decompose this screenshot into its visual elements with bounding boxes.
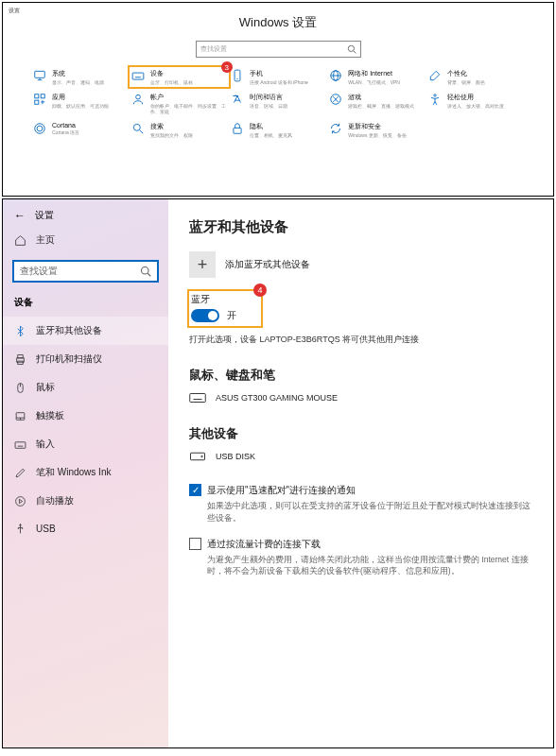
- tile-search[interactable]: 搜索查找我的文件、权限: [131, 122, 226, 138]
- cortana-icon: [33, 122, 46, 135]
- svg-point-23: [433, 94, 435, 96]
- plus-icon: +: [189, 251, 216, 278]
- tile-update-security[interactable]: 更新和安全Windows 更新、恢复、备份: [329, 122, 424, 138]
- search-icon: [347, 44, 356, 54]
- svg-point-41: [16, 496, 26, 506]
- checkbox-metered-download[interactable]: 通过按流量计费的连接下载: [189, 538, 532, 550]
- tile-gaming[interactable]: 游戏游戏栏、截屏、直播、游戏模式: [329, 93, 424, 114]
- usb-icon: [14, 523, 26, 535]
- tiles-grid: 系统显示、声音、通知、电源 3 设备蓝牙、打印机、鼠标 手机连接 Android…: [3, 69, 553, 138]
- tile-network[interactable]: 网络和 InternetWLAN、飞行模式、VPN: [329, 69, 424, 85]
- tile-system[interactable]: 系统显示、声音、通知、电源: [33, 69, 128, 85]
- update-icon: [329, 122, 342, 135]
- svg-point-25: [37, 126, 43, 131]
- person-icon: [131, 93, 145, 106]
- sidebar-search-placeholder: 查找设置: [20, 265, 140, 278]
- content-area: 蓝牙和其他设备 + 添加蓝牙或其他设备 4 蓝牙 开 打开此选项，设备 LAPT…: [168, 199, 553, 747]
- phone-icon: [231, 69, 244, 82]
- step-badge-4: 4: [253, 284, 267, 297]
- svg-point-50: [201, 455, 203, 457]
- touchpad-icon: [14, 410, 26, 422]
- search-box[interactable]: 查找设置: [196, 41, 361, 58]
- lock-icon: [231, 122, 244, 135]
- home-icon: [14, 234, 26, 247]
- tile-ease-of-access[interactable]: 轻松使用讲述人、放大镜、高对比度: [428, 93, 523, 114]
- svg-point-26: [134, 124, 141, 130]
- svg-rect-2: [35, 71, 45, 77]
- device-row-mouse[interactable]: ASUS GT300 GAMING MOUSE: [189, 391, 532, 404]
- add-device-row[interactable]: + 添加蓝牙或其他设备: [189, 251, 532, 278]
- page-title: Windows 设置: [3, 14, 553, 31]
- device-row-usbdisk[interactable]: USB DISK: [189, 450, 532, 463]
- printer-icon: [14, 353, 26, 366]
- accessibility-icon: [428, 93, 442, 106]
- window-title: 设置: [35, 209, 54, 222]
- nav-autoplay[interactable]: 自动播放: [3, 487, 168, 515]
- monitor-icon: [33, 69, 46, 82]
- svg-point-29: [142, 267, 149, 275]
- svg-point-24: [35, 124, 45, 134]
- window-label: 设置: [9, 7, 20, 15]
- step-badge-3: 3: [221, 61, 233, 73]
- svg-rect-17: [41, 94, 44, 98]
- apps-icon: [33, 93, 46, 106]
- brush-icon: [428, 69, 442, 82]
- svg-rect-16: [35, 94, 39, 98]
- settings-devices-panel: ← 设置 主页 查找设置 设备 蓝牙和其他设备 打印机和扫描仪 鼠标 触摸板: [2, 198, 554, 748]
- bluetooth-description: 打开此选项，设备 LAPTOP-E3B6RTQS 将可供其他用户连接: [189, 334, 532, 346]
- window-header: ← 设置: [3, 205, 168, 226]
- nav-pen[interactable]: 笔和 Windows Ink: [3, 458, 168, 487]
- tile-privacy[interactable]: 隐私位置、相机、麦克风: [231, 122, 325, 138]
- nav-bluetooth[interactable]: 蓝牙和其他设备: [3, 317, 168, 345]
- autoplay-icon: [14, 495, 26, 507]
- tile-apps[interactable]: 应用卸载、默认应用、可选功能: [33, 93, 128, 114]
- tile-cortana[interactable]: CortanaCortana 语言: [33, 122, 128, 138]
- svg-rect-11: [235, 70, 240, 81]
- nav-usb[interactable]: USB: [3, 515, 168, 542]
- pen-icon: [14, 467, 26, 479]
- nav-printers[interactable]: 打印机和扫描仪: [3, 345, 168, 373]
- sidebar-search[interactable]: 查找设置: [12, 260, 159, 283]
- keyboard-device-icon: [189, 391, 206, 404]
- search-placeholder: 查找设置: [200, 44, 347, 54]
- bluetooth-toggle-group: 4 蓝牙 开: [189, 291, 261, 326]
- checkbox-swift-pair[interactable]: ✓ 显示使用"迅速配对"进行连接的通知: [189, 484, 532, 496]
- svg-rect-5: [133, 73, 145, 79]
- keyboard-icon: [14, 438, 26, 451]
- svg-rect-28: [234, 128, 241, 133]
- globe-icon: [329, 69, 342, 82]
- bluetooth-label: 蓝牙: [191, 293, 236, 306]
- tile-accounts[interactable]: 帐户你的帐户、电子邮件、同步设置、工作、家庭: [131, 93, 226, 114]
- tile-devices[interactable]: 3 设备蓝牙、打印机、鼠标: [131, 69, 226, 85]
- sidebar-section-title: 设备: [3, 292, 168, 317]
- metered-hint: 为避免产生额外的费用，请始终关闭此功能，这样当你使用按流量计费的 Interne…: [207, 554, 532, 578]
- svg-rect-43: [190, 394, 206, 403]
- tile-time-language[interactable]: 时间和语言语音、区域、日期: [231, 93, 325, 114]
- sidebar: ← 设置 主页 查找设置 设备 蓝牙和其他设备 打印机和扫描仪 鼠标 触摸板: [3, 199, 168, 747]
- swift-pair-hint: 如果选中此选项，则可以在受支持的蓝牙设备位于附近且处于配对模式时快速连接到这些设…: [207, 500, 532, 524]
- checkbox-icon: [189, 538, 201, 550]
- tile-phone[interactable]: 手机连接 Android 设备和 iPhone: [231, 69, 325, 85]
- svg-line-1: [353, 51, 356, 54]
- keyboard-icon: [131, 69, 145, 82]
- tile-personalization[interactable]: 个性化背景、锁屏、颜色: [428, 69, 523, 85]
- svg-line-27: [140, 130, 144, 134]
- nav-touchpad[interactable]: 触摸板: [3, 402, 168, 430]
- nav-home[interactable]: 主页: [3, 226, 168, 254]
- svg-point-21: [136, 94, 141, 99]
- bluetooth-toggle[interactable]: 开: [191, 309, 236, 322]
- toggle-switch-icon: [191, 309, 219, 322]
- xbox-icon: [329, 93, 342, 106]
- search-icon: [140, 266, 151, 277]
- bluetooth-icon: [14, 325, 26, 337]
- svg-rect-18: [35, 100, 39, 104]
- mouse-icon: [14, 382, 26, 394]
- svg-rect-33: [18, 361, 23, 364]
- page-title: 蓝牙和其他设备: [189, 218, 532, 236]
- svg-point-0: [348, 45, 354, 51]
- nav-typing[interactable]: 输入: [3, 430, 168, 458]
- back-icon[interactable]: ←: [14, 209, 26, 222]
- checkbox-icon: ✓: [189, 484, 201, 496]
- nav-mouse[interactable]: 鼠标: [3, 373, 168, 402]
- drive-icon: [189, 450, 206, 463]
